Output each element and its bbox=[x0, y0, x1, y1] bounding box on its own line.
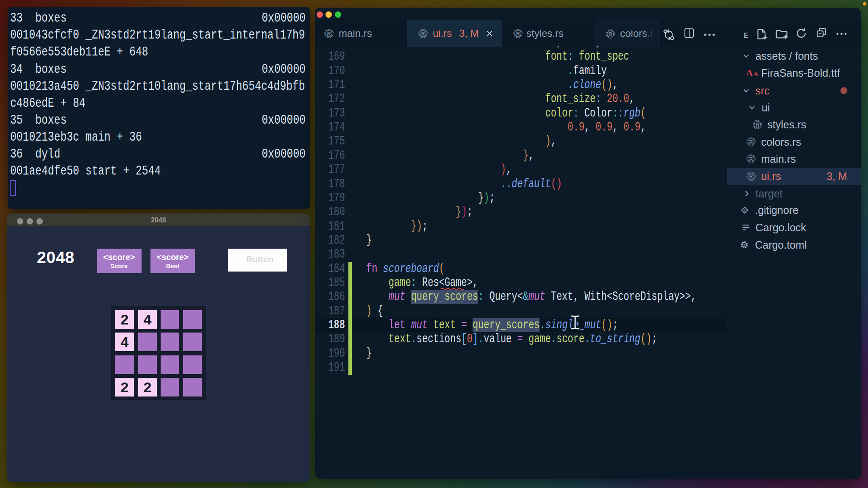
svg-text:R: R bbox=[421, 31, 425, 37]
svg-text:R: R bbox=[756, 122, 760, 128]
svg-text:R: R bbox=[327, 31, 331, 37]
svg-text:R: R bbox=[609, 31, 612, 37]
svg-text:R: R bbox=[749, 156, 753, 162]
svg-text:R: R bbox=[516, 31, 520, 37]
svg-text:R: R bbox=[749, 139, 753, 145]
svg-text:R: R bbox=[749, 174, 753, 180]
